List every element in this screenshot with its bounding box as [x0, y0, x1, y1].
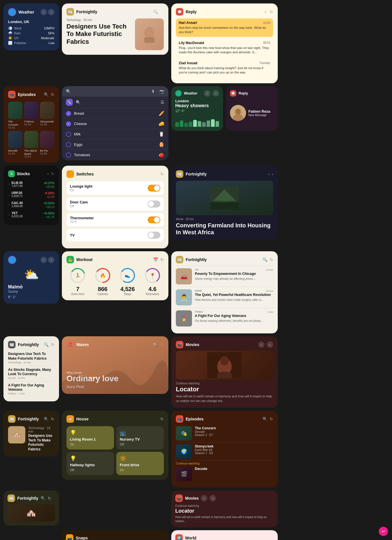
- episode-item-4[interactable]: Decode S1 E6: [8, 131, 22, 158]
- ep-br-item-3[interactable]: 🎬 Decode: [176, 467, 273, 481]
- weather-sm-icon: 🌐: [175, 90, 182, 97]
- switch-thermometer-toggle[interactable]: [148, 216, 160, 223]
- movies-next[interactable]: ›: [267, 341, 273, 348]
- movies-widget: 🎬 Movies ‹ › Continue watching Locator H…: [171, 336, 278, 408]
- stock-row-cac[interactable]: ↑ CAC.40 1,958.08 +0.52% +10.13: [8, 200, 54, 209]
- waves-heart-button[interactable]: ♡: [160, 342, 164, 347]
- fn-sm-bot-search[interactable]: 🔍: [44, 417, 49, 421]
- art-item-2[interactable]: As Stocks Stagnate, Many Look To Currenc…: [8, 368, 54, 379]
- fortnightly-list-refresh[interactable]: ↻: [270, 257, 273, 262]
- ep-br-item-2[interactable]: 🌍 Stonycreek Earth After All Season 1 · …: [176, 444, 273, 459]
- grocery-search-icon[interactable]: 🔍: [66, 89, 71, 94]
- house-room-frontdrive[interactable]: 🔆 Front drive On: [116, 452, 164, 475]
- workout-icon: 💪: [66, 256, 74, 263]
- fn-sm-bot-title: Fortnightly: [18, 417, 41, 421]
- grocery-camera-icon[interactable]: 📷: [159, 89, 164, 94]
- reply-refresh-button[interactable]: ↻: [270, 10, 273, 14]
- weather-prev-button[interactable]: ‹: [41, 9, 47, 15]
- episodes-br-icon: 📺: [176, 415, 183, 423]
- grocery-item-tomatoes[interactable]: Tomatoes 🍅: [66, 150, 164, 160]
- message-ziad[interactable]: Ziad Aouad Tuesday What do you think abo…: [176, 59, 273, 77]
- episode-item-1[interactable]: The Concern S1 E2: [8, 102, 22, 129]
- fn-list-item-1[interactable]: 🚗 US 14 hrs Poverty To Empowerment In Ch…: [176, 268, 273, 284]
- grocery-tab-list-icon[interactable]: ☰: [161, 100, 164, 105]
- stock-row-yet[interactable]: ↑ YET 8,023.26 +0.52% +41.75: [8, 210, 54, 219]
- stocks-add-button[interactable]: +: [47, 171, 49, 176]
- stocks-refresh-button[interactable]: ↻: [51, 171, 54, 176]
- workout-refresh-button[interactable]: ↻: [160, 257, 164, 262]
- message-lily[interactable]: Lily MacDonald 08:54 Ping– you'd love th…: [176, 39, 273, 57]
- switch-lounge-label: Lounge light: [70, 184, 92, 188]
- workout-calendar-button[interactable]: 📅: [153, 257, 158, 262]
- fortnightly-partial-search[interactable]: 🔍: [41, 496, 45, 501]
- switch-lounge-toggle[interactable]: [148, 185, 160, 192]
- grocery-upload-icon[interactable]: ⬆: [151, 89, 155, 94]
- movies-continue-prev[interactable]: ‹: [201, 495, 207, 501]
- bar-2: [180, 120, 184, 127]
- episode-item-2[interactable]: T-Minus S1 E4: [24, 102, 39, 129]
- ep-br-item-1[interactable]: 🎭 The Concern Decode Season 2 · E7: [176, 426, 273, 441]
- weather-next-button[interactable]: ›: [48, 9, 54, 15]
- weather-sm-next[interactable]: ›: [213, 90, 219, 97]
- reply-sm-person: Fabien Reza: [248, 109, 270, 114]
- episode-item-5[interactable]: The Alpine Spark S1 E7: [24, 131, 39, 158]
- weather-sm-prev[interactable]: ‹: [204, 90, 210, 97]
- switch-tv-toggle[interactable]: [148, 232, 160, 239]
- switches-refresh-button[interactable]: ↻: [160, 172, 164, 176]
- episodes-br-refresh[interactable]: ↻: [270, 417, 273, 421]
- grocery-check-milk[interactable]: [66, 132, 71, 137]
- pollution-value: Low: [49, 41, 54, 45]
- articles-sm-search[interactable]: 🔍: [44, 342, 49, 347]
- episode-item-3[interactable]: Stonycreek S1 E5: [40, 102, 54, 129]
- fn-list-headline-2: The Quiet, Yet Powerful Healthcare Revol…: [195, 293, 273, 297]
- house-refresh-button[interactable]: ↻: [160, 417, 164, 421]
- fn-sm-bot-refresh[interactable]: ↻: [51, 417, 54, 421]
- episodes-refresh-button[interactable]: ↻: [51, 92, 54, 97]
- grocery-item-bread[interactable]: ✓ Bread 🥖: [66, 108, 164, 119]
- house-room-hallway[interactable]: 💡 Hallway lights Off: [66, 452, 114, 475]
- svg-point-3: [235, 109, 241, 115]
- episodes-br-search[interactable]: 🔍: [262, 417, 267, 421]
- waves-search-button[interactable]: 🔍: [153, 342, 158, 347]
- grocery-item-milk[interactable]: Milk 🥛: [66, 129, 164, 139]
- grocery-item-eggs[interactable]: Eggs 🥚: [66, 139, 164, 150]
- art-item-1[interactable]: Designers Use Tech To Make Futuristic Fa…: [8, 352, 54, 364]
- reply-star-button[interactable]: ☆: [264, 10, 267, 14]
- ep-br-continue-label: Continue watching: [176, 462, 273, 465]
- fn-list-item-2[interactable]: 👨‍⚕️ World 16 hrs The Quiet, Yet Powerfu…: [176, 289, 273, 305]
- art-title-2: As Stocks Stagnate, Many Look To Currenc…: [8, 368, 54, 377]
- switch-tv-label: TV: [70, 233, 75, 237]
- workout-stats: 🏃 7 Zone mins 🔥 866 Calories �: [66, 267, 164, 296]
- weather-malmo-prev[interactable]: ‹: [41, 257, 47, 263]
- fortnightly-farm-prev[interactable]: ‹: [268, 172, 270, 176]
- fn-list-item-3[interactable]: 🎖️ Politics 2 min A Fight For Our Aging …: [176, 310, 273, 326]
- message-hari[interactable]: Hari Ansari 10:09 And then stop for lunc…: [176, 18, 273, 37]
- fortnightly-refresh-button[interactable]: ↻: [160, 10, 164, 14]
- weather-sm-city: London: [175, 99, 219, 103]
- art-item-3[interactable]: A Fight For Our Aging Veterans Politics …: [8, 383, 54, 395]
- grocery-item-cheese[interactable]: ✓ Cheese 🧀: [66, 119, 164, 129]
- switch-doorcam-toggle[interactable]: [148, 201, 160, 207]
- movies-bg: [176, 351, 273, 379]
- message-name-ziad: Ziad Aouad: [179, 61, 197, 65]
- ep-br-title-2: Stonycreek: [195, 444, 273, 448]
- movies-prev[interactable]: ‹: [258, 341, 264, 348]
- grocery-check-cheese[interactable]: ✓: [66, 121, 71, 126]
- fortnightly-list-search[interactable]: 🔍: [262, 257, 267, 262]
- stock-row-urp[interactable]: ↓ URP.20 5,009.71 -0.25% -12.50: [8, 190, 54, 199]
- fortnightly-search-button[interactable]: 🔍: [153, 10, 158, 14]
- grocery-check-eggs[interactable]: [66, 142, 71, 147]
- fortnightly-farm-next[interactable]: ›: [272, 172, 273, 176]
- house-room-nursery[interactable]: 📺 Nursery TV Off: [116, 426, 164, 450]
- grocery-tab-search-icon[interactable]: 🔍: [76, 100, 81, 105]
- grocery-check-tomatoes[interactable]: [66, 152, 71, 158]
- articles-sm-refresh[interactable]: ↻: [51, 342, 54, 347]
- weather-malmo-next[interactable]: ›: [48, 257, 54, 263]
- episodes-search-button[interactable]: 🔍: [44, 92, 49, 97]
- movies-continue-next[interactable]: ›: [210, 495, 216, 501]
- fortnightly-partial-refresh[interactable]: ↻: [48, 496, 51, 501]
- house-room-living[interactable]: 💡 Living Room 1 On: [66, 426, 114, 450]
- grocery-check-bread[interactable]: ✓: [66, 111, 71, 116]
- stock-row-elm[interactable]: ↑ ELM.35 7,877.05 +0.37% +29.06: [8, 180, 54, 188]
- episode-item-6[interactable]: By Far S1 E8: [40, 131, 54, 158]
